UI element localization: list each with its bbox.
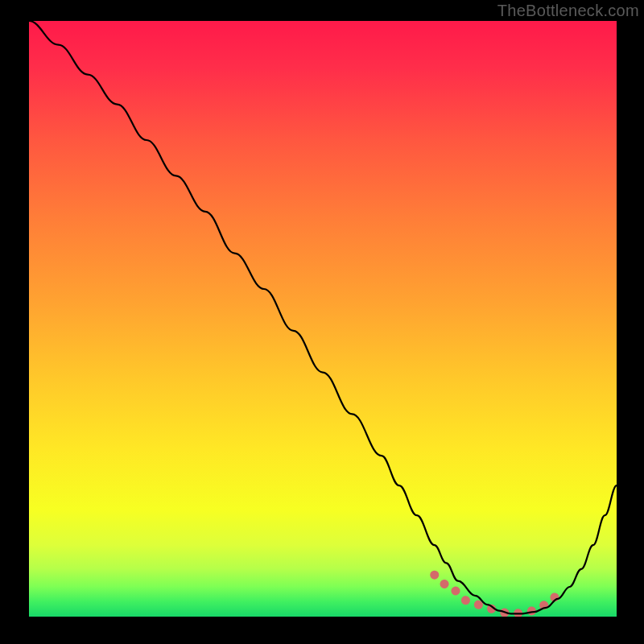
optimal-region-dots (435, 575, 558, 613)
watermark-text: TheBottleneck.com (497, 2, 639, 20)
bottleneck-curve-line (29, 21, 617, 613)
curve-layer (29, 21, 617, 617)
plot-area (29, 21, 617, 617)
